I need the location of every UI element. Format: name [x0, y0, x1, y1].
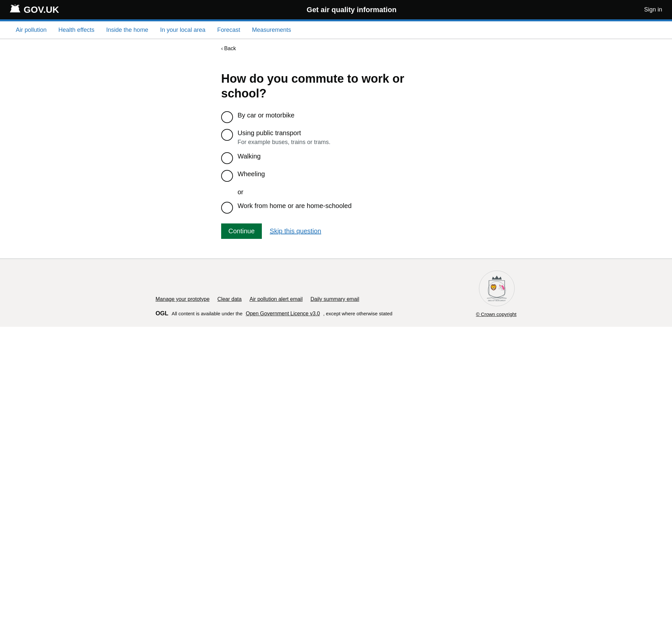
option-transport-label[interactable]: Using public transport For example buses… — [221, 128, 451, 146]
option-car-label[interactable]: By car or motorbike — [221, 111, 451, 123]
svg-text:DIEU ET MON DROIT: DIEU ET MON DROIT — [488, 299, 506, 301]
option-home-label[interactable]: Work from home or are home-schooled — [221, 201, 451, 214]
list-item: Work from home or are home-schooled — [221, 201, 451, 214]
footer-links: Manage your prototype Clear data Air pol… — [155, 296, 392, 302]
footer-licence: OGL All content is available under the O… — [155, 310, 392, 317]
back-link[interactable]: ‹ Back — [221, 46, 236, 51]
chevron-left-icon: ‹ — [221, 46, 223, 51]
option-home-radio[interactable] — [221, 202, 233, 214]
page-title: How do you commute to work or school? — [221, 71, 451, 101]
commute-options-last: Work from home or are home-schooled — [221, 201, 451, 214]
list-item: Using public transport For example buses… — [221, 128, 451, 146]
nav-measurements[interactable]: Measurements — [246, 21, 297, 39]
svg-point-1 — [15, 5, 16, 6]
ogl-logo: OGL — [155, 310, 168, 317]
list-item: Walking — [221, 151, 451, 164]
site-footer: Manage your prototype Clear data Air pol… — [0, 259, 672, 327]
licence-suffix: , except where otherwise stated — [323, 311, 392, 316]
coat-of-arms-icon: 🦁 🦄 DIEU ET MON DROIT — [477, 269, 517, 308]
option-transport-radio[interactable] — [221, 129, 233, 141]
licence-text: All content is available under the — [172, 311, 242, 316]
nav-air-pollution[interactable]: Air pollution — [10, 21, 52, 39]
skip-button[interactable]: Skip this question — [270, 227, 321, 235]
nav-inside-home[interactable]: Inside the home — [100, 21, 154, 39]
commute-options: By car or motorbike Using public transpo… — [221, 111, 451, 182]
nav-forecast[interactable]: Forecast — [211, 21, 246, 39]
option-transport-text: Using public transport For example buses… — [238, 128, 330, 146]
option-home-text: Work from home or are home-schooled — [238, 201, 352, 210]
footer-clear-data[interactable]: Clear data — [218, 296, 242, 302]
option-wheeling-text: Wheeling — [238, 169, 265, 178]
or-divider: or — [238, 188, 451, 196]
footer-alert-email[interactable]: Air pollution alert email — [249, 296, 303, 302]
header-title: Get air quality information — [59, 6, 644, 14]
footer-manage-prototype[interactable]: Manage your prototype — [155, 296, 210, 302]
list-item: Wheeling — [221, 169, 451, 182]
site-header: GOV.UK Get air quality information Sign … — [0, 0, 672, 19]
footer-right: 🦁 🦄 DIEU ET MON DROIT © Crown copyright — [476, 269, 517, 317]
footer-daily-email[interactable]: Daily summary email — [310, 296, 359, 302]
crown-icon — [10, 4, 20, 16]
svg-text:🦄: 🦄 — [498, 284, 505, 291]
option-car-text: By car or motorbike — [238, 111, 294, 120]
signin-link[interactable]: Sign in — [644, 6, 662, 13]
gov-uk-logo[interactable]: GOV.UK — [10, 4, 59, 16]
form-actions: Continue Skip this question — [221, 223, 451, 239]
option-wheeling-radio[interactable] — [221, 170, 233, 182]
back-link-text: Back — [224, 46, 236, 51]
footer-left: Manage your prototype Clear data Air pol… — [155, 296, 392, 317]
nav-local-area[interactable]: In your local area — [154, 21, 211, 39]
svg-point-2 — [18, 5, 19, 6]
nav-health-effects[interactable]: Health effects — [52, 21, 100, 39]
continue-button[interactable]: Continue — [221, 223, 262, 239]
list-item: By car or motorbike — [221, 111, 451, 123]
option-transport-hint: For example buses, trains or trams. — [238, 138, 330, 146]
main-nav: Air pollution Health effects Inside the … — [0, 21, 672, 39]
option-wheeling-label[interactable]: Wheeling — [221, 169, 451, 182]
svg-point-0 — [11, 5, 12, 6]
svg-text:🦁: 🦁 — [490, 284, 498, 291]
option-walking-label[interactable]: Walking — [221, 151, 451, 164]
main-content: ‹ Back How do you commute to work or sch… — [211, 39, 461, 259]
logo-text: GOV.UK — [24, 5, 59, 15]
crown-copyright-link[interactable]: © Crown copyright — [476, 311, 517, 317]
option-walking-text: Walking — [238, 151, 261, 161]
licence-link[interactable]: Open Government Licence v3.0 — [246, 311, 320, 317]
option-walking-radio[interactable] — [221, 152, 233, 164]
option-car-radio[interactable] — [221, 111, 233, 123]
